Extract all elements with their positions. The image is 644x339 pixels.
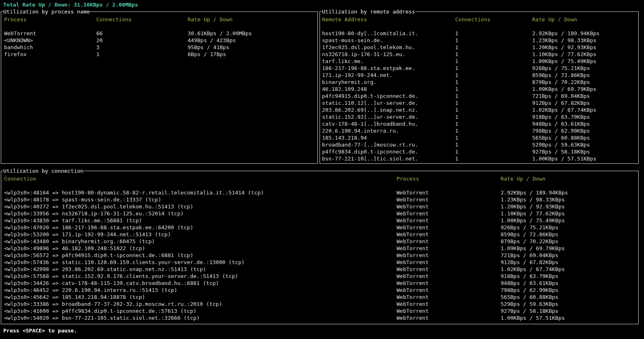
remote-address-table-row: bsn-77-221-10[..]tic.siol.net. 1 1.00KBp… [320,155,638,162]
cell-remote-address: static.152.92[..]ur-server.de. [322,113,455,120]
cell-remote-address: host190-80-dy[..]comitalia.it. [322,30,455,37]
cell-rate-up-down: 1.02KBps / 67.74KBps [532,106,638,113]
cell-connection: <wlp3s0>:47020 => 186-217-196-88.sta.est… [4,224,397,231]
cell-rate-up-down: 859Bps / 72.86KBps [501,231,638,238]
cell-rate-up-down: 918Bps / 63.79KBps [501,273,638,280]
connection-table-row: <wlp3s0>:45642 => 185.143.218.94:18878 (… [1,294,638,301]
remote-address-table-row: 220.6.190.94.interra.ru. 1 798Bps / 62.9… [320,127,638,134]
cell-remote-address: 185.143.218.94 [322,134,455,141]
process-table-header: Process Connections Rate Up / Down [1,16,317,23]
cell-connection: <wlp3s0>:57568 => static.152.92.9.176.cl… [4,273,397,280]
cell-rate-up-down: 798Bps / 62.99KBps [501,287,638,294]
cell-rate-up-down: 912Bps / 67.82KBps [532,99,638,106]
cell-connection: <wlp3s0>:54020 => bsn-77-221-105.static.… [4,314,397,321]
cell-process-name: firefox [4,51,96,58]
cell-rate-up-down: 2.92KBps / 189.94KBps [501,189,638,196]
cell-rate-up-down: 565Bps / 60.88KBps [501,294,638,301]
remote-address-table-row: 1f2ec025.dsl.pool.telekom.hu. 1 1.20KBps… [320,44,638,51]
process-table-row: <UNKNOWN> 20 449Bps / 423Bps [1,37,317,44]
remote-address-table-row: binaryhermit.org. 1 879Bps / 70.22KBps [320,79,638,86]
cell-connections: 1 [455,148,532,155]
cell-rate-up-down: 1.00KBps / 75.49KBps [532,58,638,65]
cell-rate-up-down: 1.09KBps / 69.79KBps [532,86,638,93]
cell-process-name: WebTorrent [397,210,501,217]
cell-connections: 1 [455,72,532,79]
connection-table: Connection Process Rate Up / Down <wlp3s… [1,171,638,321]
cell-rate-up-down: 1.09KBps / 69.79KBps [501,245,638,252]
cell-remote-address: bsn-77-221-10[..]tic.siol.net. [322,155,455,162]
column-header-rate: Rate Up / Down [532,16,638,23]
cell-process-name: WebTorrent [397,231,501,238]
connection-table-row: <wlp3s0>:56572 => p4fc94915.dip0.t-ipcon… [1,252,638,259]
cell-remote-address: 186-217-196-88.sta.estpak.ee. [322,65,455,72]
remote-address-table-row: 186-217-196-88.sta.estpak.ee. 1 926Bps /… [320,65,638,72]
cell-connections: 1 [455,141,532,148]
cell-connections: 3 [96,44,188,51]
connection-table-row: <wlp3s0>:40272 => 1f2ec025.dsl.pool.tele… [1,203,638,210]
cell-rate-up-down: 6Bps / 17Bps [188,51,317,58]
remote-address-table-row: broadband-77-[..]moscow.rt.ru. 1 529Bps … [320,141,638,148]
cell-connections: 66 [96,30,188,37]
cell-connection: <wlp3s0>:53200 => 171.ip-192-99-244.net.… [4,231,397,238]
cell-rate-up-down: 449Bps / 423Bps [188,37,317,44]
remote-address-table-header: Remote Address Connections Rate Up / Dow… [320,16,638,23]
cell-rate-up-down: 1.00KBps / 75.49KBps [501,217,638,224]
cell-connections: 1 [455,44,532,51]
cell-rate-up-down: 926Bps / 75.21KBps [501,224,638,231]
cell-connections: 1 [455,65,532,72]
cell-rate-up-down: 565Bps / 60.88KBps [532,134,638,141]
cell-process-name: WebTorrent [397,273,501,280]
cell-process-name: bandwhich [4,44,96,51]
cell-rate-up-down: 2.92KBps / 189.94KBps [532,30,638,37]
process-table: Process Connections Rate Up / Down WebTo… [1,12,317,58]
cell-connections: 1 [96,51,188,58]
cell-remote-address: static.110.12[..]ur-server.de. [322,99,455,106]
cell-remote-address: spast-muss-sein.de. [322,37,455,44]
bandwhich-terminal-screen: Total Rate Up / Down: 31.16KBps / 2.00MB… [0,0,644,339]
cell-rate-up-down: 1.00KBps / 57.51KBps [532,155,638,162]
column-header-connections: Connections [96,16,188,23]
cell-rate-up-down: 927Bps / 58.18KBps [532,148,638,155]
cell-rate-up-down: 95Bps / 41Bps [188,44,317,51]
connection-table-header: Connection Process Rate Up / Down [1,175,638,182]
remote-address-table-row: static.152.92[..]ur-server.de. 1 918Bps … [320,113,638,120]
cell-connections: 20 [96,37,188,44]
cell-connections: 1 [455,79,532,86]
cell-rate-up-down: 721Bps / 69.04KBps [532,93,638,99]
column-header-rate: Rate Up / Down [501,175,638,182]
cell-rate-up-down: 912Bps / 67.82KBps [501,259,638,266]
cell-remote-address: binaryhermit.org. [322,79,455,86]
remote-address-table-row: ns326718.ip-176-31-125.eu. 1 1.10KBps / … [320,51,638,58]
process-table-row: WebTorrent 66 30.61KBps / 2.00MBps [1,30,317,37]
cell-connections: 1 [455,120,532,127]
cell-rate-up-down: 948Bps / 63.61KBps [501,280,638,287]
connection-table-row: <wlp3s0>:57436 => static.110.120.69.159.… [1,259,638,266]
cell-rate-up-down: 859Bps / 72.86KBps [532,72,638,79]
process-panel-title: Utilization by process name [3,9,90,15]
cell-connection: <wlp3s0>:43480 => binaryhermit.org.:6047… [4,238,397,245]
cell-rate-up-down: 721Bps / 69.04KBps [501,252,638,259]
connection-table-row: <wlp3s0>:33386 => broadband-77-37-202-32… [1,301,638,307]
cell-process-name: WebTorrent [397,217,501,224]
connection-table-row: <wlp3s0>:33956 => ns326718.ip-176-31-125… [1,210,638,217]
cell-connection: <wlp3s0>:49896 => 46.182.109.248:51022 (… [4,245,397,252]
cell-rate-up-down: 529Bps / 59.63KBps [501,301,638,307]
remote-address-panel: Utilization by remote address Remote Add… [320,11,639,164]
total-rate-line: Total Rate Up / Down: 31.16KBps / 2.00MB… [3,1,138,8]
connection-table-row: <wlp3s0>:57568 => static.152.92.9.176.cl… [1,273,638,280]
cell-connections: 1 [455,106,532,113]
cell-rate-up-down: 798Bps / 62.99KBps [532,127,638,134]
cell-process-name: WebTorrent [397,196,501,203]
cell-remote-address: 171.ip-192-99-244.net. [322,72,455,79]
remote-address-table-row: p4ffc9834.dip0.t-ipconnect.de. 1 927Bps … [320,148,638,155]
connection-table-row: <wlp3s0>:46452 => 220.6.190.94.interra.r… [1,287,638,294]
cell-connection: <wlp3s0>:48164 => host190-80-dynamic.58-… [4,189,397,196]
spacer-row [320,23,638,30]
connection-table-row: <wlp3s0>:41600 => p4ffc9834.dip0.t-ipcon… [1,307,638,314]
connection-panel-title: Utilization by connection [3,168,84,174]
remote-address-table-row: spast-muss-sein.de. 1 1.23KBps / 98.33KB… [320,37,638,44]
remote-address-table-row: host190-80-dy[..]comitalia.it. 1 2.92KBp… [320,30,638,37]
cell-process-name: WebTorrent [397,307,501,314]
cell-remote-address: ns326718.ip-176-31-125.eu. [322,51,455,58]
cell-rate-up-down: 1.10KBps / 77.62KBps [532,51,638,58]
